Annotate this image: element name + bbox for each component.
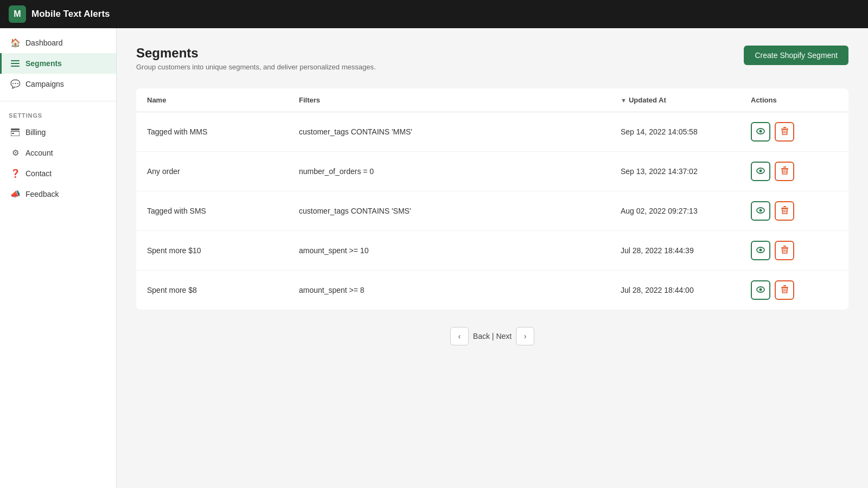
svg-rect-9 <box>783 127 786 128</box>
page-subtitle: Group customers into unique segments, an… <box>136 63 376 71</box>
cell-filter: amount_spent >= 10 <box>299 246 621 255</box>
svg-rect-36 <box>781 287 788 288</box>
app-title: Mobile Text Alerts <box>31 9 110 20</box>
sidebar-item-label: Campaigns <box>25 80 64 88</box>
campaigns-icon: 💬 <box>10 79 20 89</box>
delete-button[interactable] <box>775 122 794 142</box>
col-updated-at[interactable]: ▼ Updated At <box>621 96 751 104</box>
table-row: Tagged with SMS customer_tags CONTAINS '… <box>136 191 848 231</box>
table-row: Tagged with MMS customer_tags CONTAINS '… <box>136 112 848 152</box>
col-name: Name <box>147 96 299 104</box>
sidebar-item-account[interactable]: ⚙ Account <box>0 143 116 163</box>
svg-rect-15 <box>781 168 788 169</box>
table-row: Any order number_of_orders = 0 Sep 13, 2… <box>136 152 848 191</box>
sidebar-item-label: Contact <box>25 169 52 178</box>
cell-updated-at: Sep 14, 2022 14:05:58 <box>621 127 751 136</box>
layout: 🏠 Dashboard Segments 💬 Campaigns <box>0 28 868 488</box>
sidebar-item-campaigns[interactable]: 💬 Campaigns <box>0 74 116 94</box>
svg-rect-37 <box>783 285 786 286</box>
eye-icon <box>756 127 765 136</box>
eye-icon <box>756 207 765 215</box>
pagination-text: Back | Next <box>473 332 512 341</box>
delete-button[interactable] <box>775 162 794 181</box>
sidebar-item-label: Dashboard <box>25 38 63 47</box>
app-logo: M Mobile Text Alerts <box>9 5 110 23</box>
page-heading: Segments Group customers into unique seg… <box>136 46 376 71</box>
svg-rect-5 <box>12 133 14 134</box>
feedback-icon: 📣 <box>10 189 20 199</box>
delete-button[interactable] <box>775 201 794 221</box>
svg-rect-30 <box>783 246 786 247</box>
view-button[interactable] <box>751 162 770 181</box>
svg-rect-1 <box>11 63 20 64</box>
cell-filter: number_of_orders = 0 <box>299 167 621 176</box>
delete-button[interactable] <box>775 241 794 260</box>
chevron-left-icon: ‹ <box>458 332 461 341</box>
cell-filter: customer_tags CONTAINS 'MMS' <box>299 127 621 136</box>
cell-name: Spent more $8 <box>147 286 299 294</box>
cell-updated-at: Jul 28, 2022 18:44:39 <box>621 246 751 255</box>
page-header: Segments Group customers into unique seg… <box>136 46 848 71</box>
contact-icon: ❓ <box>10 169 20 178</box>
trash-icon <box>781 206 788 216</box>
pagination: ‹ Back | Next › <box>136 327 848 345</box>
trash-icon <box>781 127 788 137</box>
table-body: Tagged with MMS customer_tags CONTAINS '… <box>136 112 848 310</box>
view-button[interactable] <box>751 280 770 300</box>
main-nav: 🏠 Dashboard Segments 💬 Campaigns <box>0 33 116 99</box>
cell-updated-at: Aug 02, 2022 09:27:13 <box>621 207 751 215</box>
view-button[interactable] <box>751 201 770 221</box>
account-icon: ⚙ <box>10 148 20 158</box>
delete-button[interactable] <box>775 280 794 300</box>
table-row: Spent more $10 amount_spent >= 10 Jul 28… <box>136 231 848 271</box>
cell-name: Tagged with SMS <box>147 207 299 215</box>
cell-filter: amount_spent >= 8 <box>299 286 621 294</box>
col-actions: Actions <box>751 96 838 104</box>
settings-section-label: SETTINGS <box>0 104 116 122</box>
sidebar-item-dashboard[interactable]: 🏠 Dashboard <box>0 33 116 53</box>
cell-name: Any order <box>147 167 299 176</box>
svg-rect-23 <box>783 206 786 207</box>
sidebar-item-feedback[interactable]: 📣 Feedback <box>0 184 116 204</box>
settings-nav: Billing ⚙ Account ❓ Contact 📣 Feedback <box>0 122 116 209</box>
svg-rect-8 <box>781 129 788 130</box>
sort-icon: ▼ <box>621 97 627 104</box>
sidebar-item-segments[interactable]: Segments <box>0 53 116 74</box>
svg-point-21 <box>760 209 762 212</box>
sidebar-item-billing[interactable]: Billing <box>0 122 116 143</box>
cell-actions <box>751 201 838 221</box>
col-filters: Filters <box>299 96 621 104</box>
logo-icon: M <box>9 5 26 23</box>
trash-icon <box>781 285 788 295</box>
svg-point-14 <box>760 170 762 172</box>
billing-icon <box>10 127 20 137</box>
svg-rect-3 <box>11 129 20 130</box>
sidebar-item-contact[interactable]: ❓ Contact <box>0 163 116 184</box>
svg-point-7 <box>760 130 762 133</box>
table-row: Spent more $8 amount_spent >= 8 Jul 28, … <box>136 271 848 310</box>
next-page-button[interactable]: › <box>516 327 534 345</box>
cell-actions <box>751 280 838 300</box>
create-segment-button[interactable]: Create Shopify Segment <box>744 46 848 65</box>
table-header: Name Filters ▼ Updated At Actions <box>136 88 848 112</box>
cell-updated-at: Sep 13, 2022 14:37:02 <box>621 167 751 176</box>
chevron-right-icon: › <box>524 332 527 341</box>
eye-icon <box>756 246 765 255</box>
svg-rect-0 <box>11 60 20 61</box>
cell-updated-at: Jul 28, 2022 18:44:00 <box>621 286 751 294</box>
cell-name: Spent more $10 <box>147 246 299 255</box>
home-icon: 🏠 <box>10 38 20 48</box>
nav-divider <box>0 101 116 101</box>
svg-rect-16 <box>783 166 786 168</box>
view-button[interactable] <box>751 241 770 260</box>
cell-actions <box>751 162 838 181</box>
cell-actions <box>751 122 838 142</box>
svg-rect-22 <box>781 208 788 209</box>
prev-page-button[interactable]: ‹ <box>450 327 469 345</box>
sidebar-item-label: Account <box>25 149 53 157</box>
view-button[interactable] <box>751 122 770 142</box>
sidebar: 🏠 Dashboard Segments 💬 Campaigns <box>0 28 117 488</box>
svg-point-35 <box>760 288 762 291</box>
svg-rect-29 <box>781 247 788 248</box>
cell-filter: customer_tags CONTAINS 'SMS' <box>299 207 621 215</box>
